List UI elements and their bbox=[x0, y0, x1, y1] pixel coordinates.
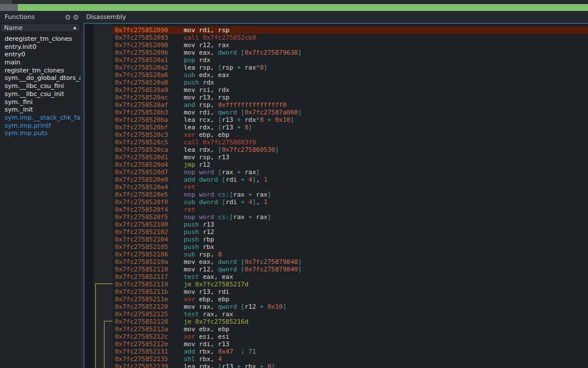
instruction-address: 0x7fc275852119 bbox=[113, 281, 184, 288]
disassembly-line[interactable]: 0x7fc27585211bmov r13, rdi bbox=[113, 288, 588, 296]
function-list-item[interactable]: sym.__do_global_dtors_aux bbox=[0, 74, 80, 82]
disassembly-line[interactable]: 0x7fc275852120mov rax, qword [r12 + 0x10… bbox=[113, 303, 588, 310]
jump-arrow bbox=[104, 321, 113, 368]
instruction-address: 0x7fc275852102 bbox=[113, 228, 184, 236]
function-list-item[interactable]: deregister_tm_clones bbox=[0, 35, 80, 43]
instruction-address: 0x7fc275852117 bbox=[113, 273, 184, 281]
function-list-item[interactable]: entry.init0 bbox=[0, 43, 80, 51]
function-list-item[interactable]: sym._init bbox=[0, 106, 80, 114]
instruction-text: mov rdi, rsp bbox=[184, 26, 229, 34]
instruction-address: 0x7fc27585212e bbox=[113, 340, 184, 348]
disassembly-line[interactable]: 0x7fc27585212emov rdi, r13 bbox=[113, 340, 588, 348]
disassembly-line[interactable]: 0x7fc2758520bflea rdx, [r13 + 8] bbox=[113, 124, 588, 131]
disassembly-line[interactable]: 0x7fc2758520a1pop rdx bbox=[113, 56, 588, 64]
disassembly-line[interactable]: 0x7fc2758520d1mov rsp, r13 bbox=[113, 154, 588, 161]
disassembly-line[interactable]: 0x7fc27585212amov ebx, ebp bbox=[113, 325, 588, 333]
disassembly-line[interactable]: 0x7fc2758520f5nop word cs:[rax + rax] bbox=[113, 213, 588, 221]
instruction-text: lea rsp, [rsp + rax*8] bbox=[184, 64, 268, 71]
disassembly-line[interactable]: 0x7fc2758520a2lea rsp, [rsp + rax*8] bbox=[113, 64, 588, 71]
disassembly-line[interactable]: 0x7fc2758520e5nop word cs:[rax + rax] bbox=[113, 191, 588, 198]
disassembly-line[interactable]: 0x7fc2758520b3mov rdi, qword [0x7fc27587… bbox=[113, 109, 588, 116]
function-list-item[interactable]: sym.__libc_csu_init bbox=[0, 90, 80, 98]
disassembly-line[interactable]: 0x7fc2758520a6sub edx, eax bbox=[113, 71, 588, 79]
disassembly-line[interactable]: 0x7fc2758520calea rdx, [0x7fc275860530] bbox=[113, 146, 588, 154]
disassembly-line[interactable]: 0x7fc2758520c3xor ebp, ebp bbox=[113, 131, 588, 139]
instruction-text: test eax, eax bbox=[184, 273, 233, 281]
instruction-address: 0x7fc275852131 bbox=[113, 348, 184, 355]
disassembly-panel-titlebar: Disassembly bbox=[84, 11, 588, 23]
disassembly-line[interactable]: 0x7fc2758520d4jmp r12 bbox=[113, 161, 588, 168]
function-list-item[interactable]: entry0 bbox=[0, 51, 80, 59]
instruction-text: mov rdi, qword [0x7fc27587a060] bbox=[184, 109, 301, 116]
instruction-address: 0x7fc27585209b bbox=[113, 49, 184, 56]
instruction-text: je 0x7fc27585216d bbox=[184, 318, 249, 325]
disassembly-line[interactable]: 0x7fc27585209bmov eax, dword [0x7fc27587… bbox=[113, 49, 588, 56]
instruction-address: 0x7fc2758520f0 bbox=[113, 198, 184, 206]
instruction-address: 0x7fc275852135 bbox=[113, 355, 184, 363]
function-list-item[interactable]: register_tm_clones bbox=[0, 67, 80, 75]
disassembly-line[interactable]: 0x7fc275852110mov r12, qword [0x7fc27587… bbox=[113, 266, 588, 273]
disassembly-line[interactable]: 0x7fc275852105push rbx bbox=[113, 243, 588, 251]
instruction-text: push r13 bbox=[184, 221, 214, 228]
instruction-address: 0x7fc27585211b bbox=[113, 288, 184, 296]
function-list-item[interactable]: sym.imp.puts bbox=[0, 129, 80, 137]
disassembly-line-selected[interactable]: 0x7fc275852090mov rdi, rsp bbox=[113, 26, 588, 34]
disassembly-line[interactable]: 0x7fc275852139lea rdx, [r13 + rbx + 8] bbox=[113, 363, 588, 368]
dock-buttons bbox=[65, 14, 80, 20]
instruction-text: mov rsi, rdx bbox=[184, 86, 229, 94]
disassembly-line[interactable]: 0x7fc2758520d7nop word [rax + rax] bbox=[113, 168, 588, 176]
disassembly-line[interactable]: 0x7fc275852104push rbp bbox=[113, 236, 588, 243]
instruction-address: 0x7fc2758520e4 bbox=[113, 183, 184, 191]
disassembly-line[interactable]: 0x7fc27585211exor ebp, ebp bbox=[113, 296, 588, 303]
instruction-text: mov r12, rax bbox=[184, 41, 229, 49]
instruction-address: 0x7fc2758520a1 bbox=[113, 56, 184, 64]
close-panel-icon[interactable] bbox=[73, 14, 79, 20]
disassembly-line[interactable]: 0x7fc2758520a8push rdx bbox=[113, 79, 588, 86]
instruction-address: 0x7fc275852093 bbox=[113, 34, 184, 41]
name-column-header[interactable]: Name ▲ bbox=[0, 23, 80, 32]
instruction-text: jmp r12 bbox=[184, 161, 210, 168]
instruction-text: lea rdx, [r13 + rbx + 8] bbox=[184, 363, 275, 368]
instruction-text: mov r13, rdi bbox=[184, 288, 229, 296]
disassembly-listing[interactable]: 0x7fc275852090mov rdi, rsp0x7fc275852093… bbox=[113, 24, 588, 368]
disassembly-line[interactable]: 0x7fc275852128je 0x7fc27585216d bbox=[113, 318, 588, 325]
instruction-text: call 0x7fc2758603f0 bbox=[184, 139, 256, 146]
instruction-address: 0x7fc275852125 bbox=[113, 310, 184, 318]
disassembly-line[interactable]: 0x7fc2758520afand rsp, 0xfffffffffffffff… bbox=[113, 101, 588, 109]
disassembly-line[interactable]: 0x7fc275852093call 0x7fc275852cb0 bbox=[113, 34, 588, 41]
disassembly-line[interactable]: 0x7fc275852100push r13 bbox=[113, 221, 588, 228]
function-list-item[interactable]: sym.imp.printf bbox=[0, 122, 80, 130]
disassembly-line[interactable]: 0x7fc2758520f4ret bbox=[113, 206, 588, 213]
function-list-item[interactable]: sym._fini bbox=[0, 98, 80, 106]
instruction-text: push rbp bbox=[184, 236, 214, 243]
function-list-item[interactable]: sym.imp.__stack_chk_fail bbox=[0, 114, 80, 122]
disassembly-line[interactable]: 0x7fc27585210amov eax, dword [0x7fc27587… bbox=[113, 258, 588, 266]
float-panel-icon[interactable] bbox=[65, 14, 71, 20]
disassembly-line[interactable]: 0x7fc275852119je 0x7fc27585217d bbox=[113, 281, 588, 288]
disassembly-line[interactable]: 0x7fc275852135shl rbx, 4 bbox=[113, 355, 588, 363]
instruction-text: mov rdi, r13 bbox=[184, 340, 229, 348]
instruction-text: je 0x7fc27585217d bbox=[184, 281, 249, 288]
disassembly-line[interactable]: 0x7fc275852125test rax, rax bbox=[113, 310, 588, 318]
disassembly-line[interactable]: 0x7fc2758520e4ret bbox=[113, 183, 588, 191]
disassembly-line[interactable]: 0x7fc2758520acmov r13, rsp bbox=[113, 94, 588, 101]
function-list-item[interactable]: main bbox=[0, 59, 80, 67]
instruction-address: 0x7fc275852105 bbox=[113, 243, 184, 251]
disassembly-line[interactable]: 0x7fc275852117test eax, eax bbox=[113, 273, 588, 281]
instruction-text: xor ebp, ebp bbox=[184, 131, 229, 139]
disassembly-line[interactable]: 0x7fc2758520balea rcx, [r13 + rdx*8 + 0x… bbox=[113, 116, 588, 124]
disassembly-line[interactable]: 0x7fc2758520c5call 0x7fc2758603f0 bbox=[113, 139, 588, 146]
instruction-text: xor esi, esi bbox=[184, 333, 229, 340]
disassembly-line[interactable]: 0x7fc275852098mov r12, rax bbox=[113, 41, 588, 49]
disassembly-line[interactable]: 0x7fc2758520e0add dword [rdi + 4], 1 bbox=[113, 176, 588, 183]
function-list-item[interactable]: sym.__libc_csu_fini bbox=[0, 82, 80, 90]
disassembly-line[interactable]: 0x7fc275852106sub rsp, 8 bbox=[113, 251, 588, 258]
disassembly-line[interactable]: 0x7fc2758520f0sub dword [rdi + 4], 1 bbox=[113, 198, 588, 206]
instruction-text: mov eax, dword [0x7fc275879638] bbox=[184, 49, 301, 56]
disassembly-line[interactable]: 0x7fc2758520a9mov rsi, rdx bbox=[113, 86, 588, 94]
disassembly-line[interactable]: 0x7fc275852102push r12 bbox=[113, 228, 588, 236]
disassembly-line[interactable]: 0x7fc27585212cxor esi, esi bbox=[113, 333, 588, 340]
titlebar-stub bbox=[0, 0, 12, 4]
instruction-address: 0x7fc275852104 bbox=[113, 236, 184, 243]
disassembly-line[interactable]: 0x7fc275852131add rbx, 0x47 ; 71 bbox=[113, 348, 588, 355]
